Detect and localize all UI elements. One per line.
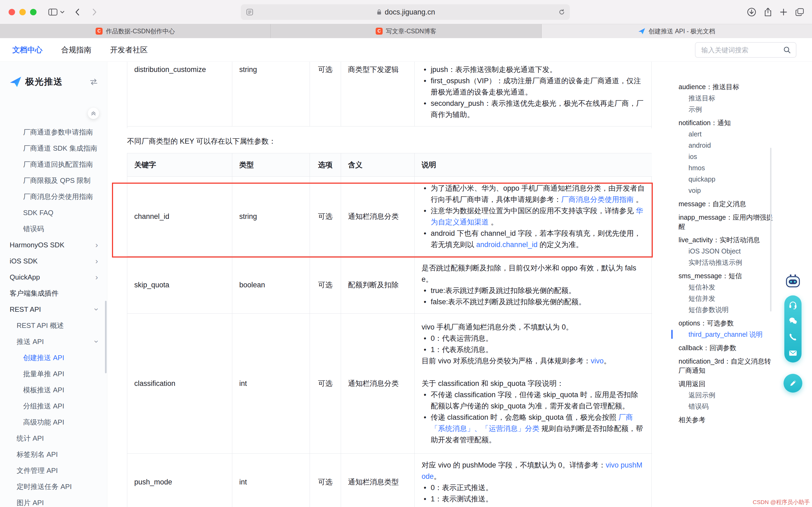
forward-button[interactable]: [93, 9, 97, 15]
toc-item[interactable]: 推送目标: [679, 92, 773, 104]
toc-item[interactable]: callback：回调参数: [679, 342, 773, 353]
sidebar-item[interactable]: 厂商通道 SDK 集成指南: [0, 140, 107, 156]
watermark: CSDN @程序员小助手: [753, 498, 810, 506]
site-nav-link[interactable]: 文档中心: [12, 45, 43, 55]
doc-link[interactable]: vivo: [591, 357, 603, 365]
sidebar-item[interactable]: 定时推送任务 API: [0, 478, 107, 495]
site-nav-link[interactable]: 合规指南: [61, 45, 91, 55]
sidebar-item[interactable]: 客户端集成插件: [0, 285, 107, 301]
toc-item[interactable]: android: [679, 139, 773, 151]
cell-type: int: [232, 314, 310, 454]
customer-service-icon[interactable]: [789, 300, 798, 309]
sidebar-scrollbar[interactable]: [105, 301, 107, 373]
toc-item[interactable]: 实时活动推送示例: [679, 257, 773, 268]
sidebar-item[interactable]: 统计 API: [0, 430, 107, 446]
toc-item[interactable]: third_party_channel 说明: [679, 329, 773, 340]
sidebar-item[interactable]: 高级功能 API: [0, 414, 107, 430]
sidebar-item[interactable]: 批量单推 API: [0, 366, 107, 382]
sidebar-item[interactable]: 创建推送 API: [0, 350, 107, 366]
toc-item[interactable]: options：可选参数: [679, 318, 773, 329]
close-window-button[interactable]: [9, 9, 15, 15]
sidebar-item[interactable]: 厂商通道回执配置指南: [0, 156, 107, 172]
toc-item[interactable]: live_activity：实时活动消息: [679, 234, 773, 245]
float-widgets: [784, 274, 802, 393]
toc-item[interactable]: voip: [679, 185, 773, 196]
toc-item[interactable]: 调用返回: [679, 378, 773, 389]
robot-assistant-icon[interactable]: [785, 274, 801, 289]
toc-item[interactable]: 返回示例: [679, 389, 773, 401]
toc-scrollbar[interactable]: [770, 148, 771, 312]
refresh-icon[interactable]: [559, 9, 565, 15]
toc-item[interactable]: quickapp: [679, 173, 773, 185]
sidebar-item-label: 厂商通道参数申请指南: [23, 127, 93, 137]
downloads-icon[interactable]: [747, 7, 756, 17]
cell-key: skip_quota: [127, 257, 232, 314]
brand-name: 极光推送: [25, 76, 63, 88]
sidebar-item[interactable]: SDK FAQ: [0, 205, 107, 221]
sidebar-item[interactable]: QuickApp›: [0, 269, 107, 285]
sidebar-item[interactable]: HarmonyOS SDK›: [0, 237, 107, 253]
table-row: distribution_customizestring可选商类型下发逻辑•jp…: [127, 62, 651, 126]
toc-item[interactable]: notification：通知: [679, 117, 773, 128]
cell-desc: •jpush：表示推送强制走极光通道下发。•first_ospush（VIP）：…: [415, 62, 652, 126]
toc-item[interactable]: 错误码: [679, 401, 773, 412]
switch-product-icon[interactable]: [90, 78, 98, 86]
search-icon[interactable]: [783, 46, 791, 54]
new-tab-icon[interactable]: [780, 8, 787, 16]
toc-item[interactable]: audience：推送目标: [679, 81, 773, 92]
toc-item[interactable]: iOS JSON Object: [679, 245, 773, 257]
toc-item[interactable]: message：自定义消息: [679, 198, 773, 210]
zoom-window-button[interactable]: [30, 9, 37, 15]
search-input[interactable]: [695, 46, 783, 54]
sidebar-item[interactable]: 厂商限额及 QPS 限制: [0, 172, 107, 188]
toc-item[interactable]: ios: [679, 151, 773, 162]
toc-item[interactable]: alert: [679, 128, 773, 139]
text-segment: 传递 classification 时，会忽略 skip_quota 值，极光会…: [431, 413, 619, 421]
contact-capsule: [785, 295, 802, 362]
sidebar-item[interactable]: REST API›: [0, 301, 107, 318]
address-bar[interactable]: docs.jiguang.cn: [241, 4, 570, 20]
phone-icon[interactable]: [789, 332, 798, 342]
toc-item[interactable]: notification_3rd：自定义消息转厂商通知: [679, 355, 773, 376]
doc-link[interactable]: android.channel_id: [476, 241, 537, 249]
site-nav-link[interactable]: 开发者社区: [110, 45, 148, 55]
browser-tab[interactable]: 创建推送 API - 极光文档: [541, 24, 812, 38]
toc-item[interactable]: sms_message：短信: [679, 270, 773, 281]
search-box[interactable]: [695, 42, 797, 58]
sidebar-item[interactable]: REST API 概述: [0, 318, 107, 334]
sidebar-item-label: iOS SDK: [10, 257, 38, 265]
share-icon[interactable]: [764, 7, 772, 17]
toc-item[interactable]: 短信参数说明: [679, 304, 773, 315]
sidebar-item[interactable]: 模板推送 API: [0, 382, 107, 398]
tab-overview-icon[interactable]: [795, 8, 804, 16]
mail-icon[interactable]: [789, 349, 798, 358]
toc-item[interactable]: 短信并发: [679, 293, 773, 304]
sidebar-item[interactable]: 分组推送 API: [0, 398, 107, 414]
toc-item[interactable]: hmos: [679, 162, 773, 173]
text-segment: true:表示跳过判断及跳过扣除极光侧的配额。: [431, 287, 576, 295]
wechat-icon[interactable]: [789, 316, 798, 326]
sidebar-item[interactable]: 厂商消息分类使用指南: [0, 188, 107, 205]
bullet-dot: •: [424, 285, 426, 296]
sidebar-item[interactable]: 文件管理 API: [0, 462, 107, 478]
toc-item[interactable]: inapp_message：应用内增强提醒: [679, 212, 773, 232]
toc-item[interactable]: 短信补发: [679, 281, 773, 293]
doc-link[interactable]: 厂商消息分类使用指南: [561, 195, 634, 204]
browser-tab[interactable]: C作品数据-CSDN创作中心: [0, 24, 271, 38]
collapse-sidebar-button[interactable]: [88, 108, 99, 119]
toc-item[interactable]: 示例: [679, 104, 773, 115]
text-segment: 1：表示测试推送。: [431, 495, 493, 503]
sidebar-item[interactable]: 图片 API: [0, 495, 107, 507]
sidebar-item[interactable]: 标签别名 API: [0, 446, 107, 462]
safari-sidebar-toggle[interactable]: [48, 9, 64, 15]
sidebar-item[interactable]: 推送 API›: [0, 334, 107, 350]
sidebar-item[interactable]: 错误码: [0, 221, 107, 237]
back-button[interactable]: [75, 9, 79, 15]
reader-icon[interactable]: [246, 9, 253, 15]
sidebar-item[interactable]: 厂商通道参数申请指南: [0, 124, 107, 140]
minimize-window-button[interactable]: [19, 9, 26, 15]
browser-tab[interactable]: C写文章-CSDN博客: [271, 24, 541, 38]
toc-item[interactable]: 相关参考: [679, 414, 773, 426]
sidebar-item[interactable]: iOS SDK›: [0, 253, 107, 269]
feedback-pencil-button[interactable]: [784, 374, 802, 393]
